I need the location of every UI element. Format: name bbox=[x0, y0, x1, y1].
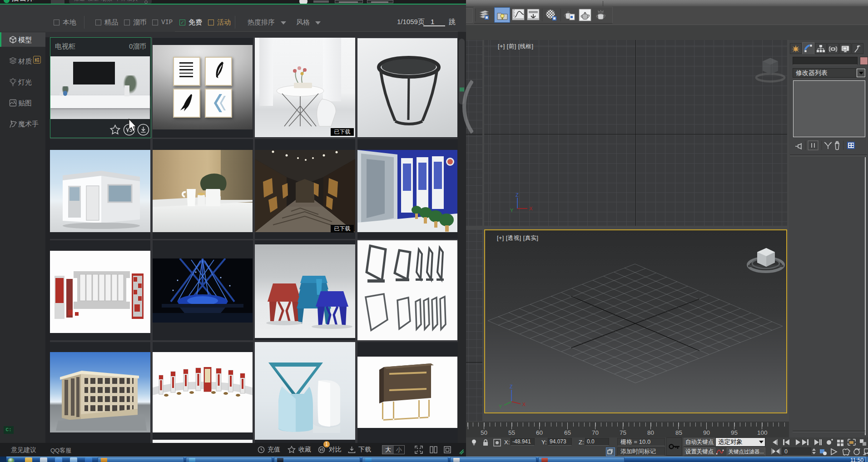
svg-text:Y: Y bbox=[499, 404, 502, 409]
svg-text:Z: Z bbox=[516, 192, 519, 198]
svg-text:X: X bbox=[529, 206, 533, 211]
svg-text:X: X bbox=[522, 402, 526, 407]
svg-text:Z: Z bbox=[510, 384, 513, 389]
svg-text:Y: Y bbox=[510, 208, 514, 213]
